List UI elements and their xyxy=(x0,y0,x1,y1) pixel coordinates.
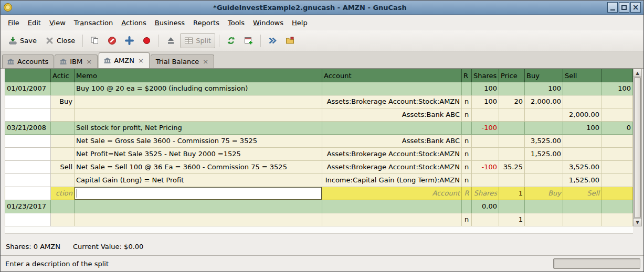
refresh-button[interactable] xyxy=(223,34,239,48)
open-report-button[interactable] xyxy=(282,34,298,48)
cell-memo[interactable] xyxy=(75,200,322,213)
cell-reconcile[interactable]: n xyxy=(462,95,472,108)
cell-buy[interactable]: Buy xyxy=(525,187,563,200)
cell-action[interactable]: Sell xyxy=(51,161,75,174)
close-button[interactable]: Close xyxy=(41,34,79,48)
cell-date[interactable] xyxy=(5,213,51,226)
cell-reconcile[interactable]: n xyxy=(462,108,472,122)
menu-item-help[interactable]: Help xyxy=(288,16,312,29)
cell-shares[interactable] xyxy=(472,213,499,226)
cell-price[interactable]: 1 xyxy=(499,187,525,200)
close-tab-icon[interactable]: × xyxy=(202,58,209,65)
menu-item-business[interactable]: Business xyxy=(151,16,189,29)
cell-action[interactable] xyxy=(51,148,75,161)
cell-sell[interactable] xyxy=(563,148,601,161)
cell-account[interactable]: Account xyxy=(322,187,462,200)
cell-memo[interactable]: Capital Gain (Long) = Net Profit xyxy=(75,174,322,187)
cell-account[interactable]: Assets:Brokerage Account:Stock:AMZN xyxy=(322,95,462,108)
cell-reconcile[interactable]: n xyxy=(462,148,472,161)
split-row[interactable]: Net Sale = Gross Sale 3600 - Commission … xyxy=(5,135,633,148)
cell-date[interactable]: 01/23/2017 xyxy=(5,200,51,213)
cell-balance[interactable] xyxy=(601,174,633,187)
cell-sell[interactable] xyxy=(563,200,601,213)
cell-shares[interactable]: Shares xyxy=(472,187,499,200)
save-button[interactable]: Save xyxy=(5,34,40,48)
cell-date[interactable] xyxy=(5,148,51,161)
cell-memo[interactable] xyxy=(75,108,322,122)
split-row[interactable]: Capital Gain (Long) = Net Profit Income:… xyxy=(5,174,633,187)
cell-date[interactable] xyxy=(5,187,51,200)
cell-account[interactable] xyxy=(322,213,462,226)
cell-price[interactable] xyxy=(499,82,525,95)
cell-reconcile[interactable] xyxy=(462,122,472,135)
cell-action[interactable] xyxy=(51,174,75,187)
cell-memo[interactable]: Sell stock for profit, Net Pricing xyxy=(75,122,322,135)
cell-price[interactable] xyxy=(499,174,525,187)
cell-price[interactable]: 20 xyxy=(499,95,525,108)
cell-sell[interactable] xyxy=(563,135,601,148)
cell-action[interactable] xyxy=(51,82,75,95)
cell-balance[interactable] xyxy=(601,135,633,148)
edit-split-row[interactable]: ction Account R Shares 1 Buy Sell xyxy=(5,187,633,200)
cell-action[interactable]: ction xyxy=(51,187,75,200)
cell-memo[interactable]: Net Sale = Gross Sale 3600 - Commission … xyxy=(75,135,322,148)
memo-input[interactable] xyxy=(75,187,322,200)
split-row[interactable]: n 1 xyxy=(5,213,633,226)
cell-reconcile[interactable]: n xyxy=(462,213,472,226)
scrollbar-thumb[interactable] xyxy=(634,77,641,218)
cell-date[interactable] xyxy=(5,108,51,122)
jump-button[interactable] xyxy=(265,34,281,48)
maximize-button[interactable] xyxy=(619,2,629,13)
cell-date[interactable]: 01/01/2007 xyxy=(5,82,51,95)
cell-price[interactable] xyxy=(499,122,525,135)
schedule-button[interactable] xyxy=(240,34,257,48)
vertical-scrollbar[interactable]: ▲ ▼ xyxy=(633,69,642,226)
cell-memo[interactable] xyxy=(75,95,322,108)
transaction-row[interactable]: 01/01/2007 Buy 100 @ 20 ea = $2000 (incl… xyxy=(5,82,633,95)
cell-buy[interactable]: 3,525.00 xyxy=(525,135,563,148)
menu-item-file[interactable]: File xyxy=(4,16,24,29)
cell-price[interactable] xyxy=(499,135,525,148)
menu-item-transaction[interactable]: Transaction xyxy=(70,16,117,29)
cell-buy[interactable] xyxy=(525,213,563,226)
cell-account[interactable] xyxy=(322,122,462,135)
cell-price[interactable] xyxy=(499,148,525,161)
cell-buy[interactable]: 1,525.00 xyxy=(525,148,563,161)
cell-account[interactable]: Assets:Bank ABC xyxy=(322,108,462,122)
cell-action[interactable] xyxy=(51,108,75,122)
cell-shares[interactable]: -100 xyxy=(472,122,499,135)
cell-reconcile[interactable]: n xyxy=(462,161,472,174)
cell-account[interactable]: Assets:Brokerage Account:Stock:AMZN xyxy=(322,148,462,161)
cell-date[interactable] xyxy=(5,161,51,174)
cell-date[interactable] xyxy=(5,95,51,108)
scroll-down-button[interactable]: ▼ xyxy=(634,218,641,226)
cell-action[interactable]: Buy xyxy=(51,95,75,108)
split-row[interactable]: Buy Assets:Brokerage Account:Stock:AMZN … xyxy=(5,95,633,108)
titlebar[interactable]: *GuideInvestExample2.gnucash - AMZN - Gn… xyxy=(1,1,643,15)
cell-action[interactable] xyxy=(51,122,75,135)
cell-account[interactable]: Assets:Bank ABC xyxy=(322,135,462,148)
scroll-up-button[interactable]: ▲ xyxy=(634,69,641,77)
cell-sell[interactable]: 2,000.00 xyxy=(563,108,601,122)
transaction-row[interactable]: 01/23/2017 0.00 xyxy=(5,200,633,213)
cell-shares[interactable] xyxy=(472,148,499,161)
cell-memo[interactable]: Net Profit=Net Sale 3525 - Net Buy 2000 … xyxy=(75,148,322,161)
cell-buy[interactable] xyxy=(525,122,563,135)
cell-memo[interactable]: Net Sale = Sell 100 @ 36 Ea = 3600 - Com… xyxy=(75,161,322,174)
menu-item-actions[interactable]: Actions xyxy=(117,16,151,29)
register-empty-area[interactable] xyxy=(5,226,633,234)
cell-sell[interactable]: 3,525.00 xyxy=(563,161,601,174)
cell-balance[interactable] xyxy=(601,148,633,161)
cell-balance[interactable] xyxy=(601,95,633,108)
cell-balance[interactable]: 0 xyxy=(601,122,633,135)
cell-balance[interactable]: 100 xyxy=(601,82,633,95)
cell-balance[interactable] xyxy=(601,213,633,226)
cell-buy[interactable] xyxy=(525,108,563,122)
split-row[interactable]: Assets:Bank ABC n 2,000.00 xyxy=(5,108,633,122)
cell-date[interactable] xyxy=(5,135,51,148)
cell-reconcile[interactable]: R xyxy=(462,187,472,200)
cell-buy[interactable] xyxy=(525,174,563,187)
cell-reconcile[interactable] xyxy=(462,200,472,213)
menu-item-view[interactable]: View xyxy=(45,16,70,29)
menu-item-edit[interactable]: Edit xyxy=(24,16,45,29)
